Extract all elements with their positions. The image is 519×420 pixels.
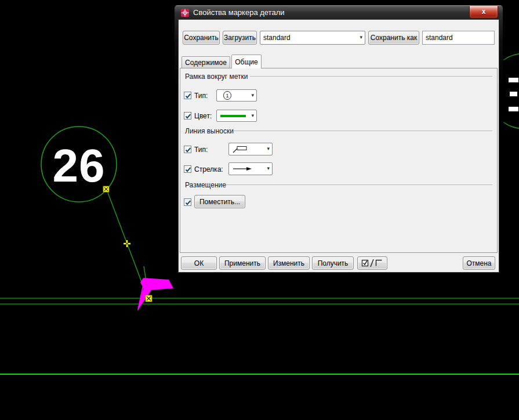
grip-balloon-attach[interactable] [103, 186, 109, 192]
check-icon [184, 92, 192, 100]
frame-type-label: Тип: [194, 92, 208, 100]
grip-leader-mid[interactable] [124, 240, 130, 247]
leader-arrow-checkbox[interactable] [184, 165, 191, 173]
balloon-number[interactable]: 26 [53, 140, 106, 191]
placement-checkbox[interactable] [184, 198, 191, 206]
placement-group-line [226, 184, 492, 185]
load-button[interactable]: Загрузить [223, 31, 257, 45]
arrow-style-icon [232, 165, 255, 172]
place-button[interactable]: Поместить... [194, 195, 245, 208]
chevron-down-icon: ▾ [251, 113, 254, 118]
check-icon [184, 113, 192, 120]
selected-arrow[interactable] [137, 278, 173, 311]
ok-button[interactable]: ОК [181, 256, 217, 270]
general-tab-pane: Рамка вокруг метки Тип: 1 ▾ Цвет: [180, 68, 498, 253]
dialog-title: Свойства маркера детали [193, 8, 285, 17]
frame-group-line [250, 76, 492, 77]
leader-group-title: Линия выноски [185, 127, 234, 135]
check-icon [184, 199, 192, 207]
check-icon [184, 146, 192, 154]
checkbox-toggle-icon [361, 259, 383, 267]
svg-text:1: 1 [226, 93, 228, 99]
leader-style-icon [232, 144, 252, 154]
frame-group-title: Рамка вокруг метки [185, 73, 248, 81]
circle-frame-icon: 1 [222, 90, 239, 100]
placement-group-title: Размещение [185, 181, 226, 189]
dialog-client-area: Сохранить Загрузить standard ▾ Сохранить… [179, 20, 499, 272]
preset-select-value: standard [260, 34, 365, 42]
chevron-down-icon: ▾ [360, 35, 362, 40]
preset-name-input[interactable] [422, 31, 495, 45]
frame-color-label: Цвет: [194, 112, 212, 120]
grip-arrow-end[interactable] [146, 295, 152, 302]
leader-type-select[interactable]: ▾ [228, 143, 273, 155]
frame-type-select[interactable]: 1 ▾ [216, 89, 257, 102]
toggle-all-checks-button[interactable] [357, 256, 387, 270]
chevron-down-icon: ▾ [251, 92, 254, 97]
tab-general[interactable]: Общие [231, 55, 262, 68]
cad-workspace: { "window": { "title": "Свойства маркера… [0, 0, 519, 420]
leader-type-label: Тип: [194, 146, 208, 154]
cancel-button[interactable]: Отмена [463, 256, 495, 270]
change-button[interactable]: Изменить [268, 256, 310, 270]
save-button[interactable]: Сохранить [183, 31, 220, 45]
preset-select[interactable]: standard ▾ [260, 31, 365, 45]
apply-button[interactable]: Применить [219, 256, 266, 270]
part-marker-properties-dialog: Свойства маркера детали x Сохранить Загр… [174, 5, 503, 276]
frame-type-checkbox[interactable] [184, 92, 191, 99]
chevron-down-icon: ▾ [267, 146, 270, 151]
frame-color-checkbox[interactable] [184, 112, 191, 120]
save-as-button[interactable]: Сохранить как [368, 31, 419, 45]
leader-type-checkbox[interactable] [184, 146, 191, 153]
tab-contents[interactable]: Содержимое [182, 56, 230, 68]
app-icon [180, 8, 190, 17]
leader-arrow-label: Стрелка: [194, 165, 223, 173]
color-swatch [220, 114, 247, 118]
chevron-down-icon: ▾ [267, 166, 270, 171]
close-icon[interactable]: x [469, 6, 498, 19]
get-button[interactable]: Получить [312, 256, 354, 270]
dialog-titlebar[interactable]: Свойства маркера детали [175, 5, 503, 20]
check-icon [184, 166, 192, 173]
frame-color-select[interactable]: ▾ [216, 110, 257, 122]
leader-group-line [234, 131, 492, 131]
leader-arrow-select[interactable]: ▾ [228, 162, 273, 175]
